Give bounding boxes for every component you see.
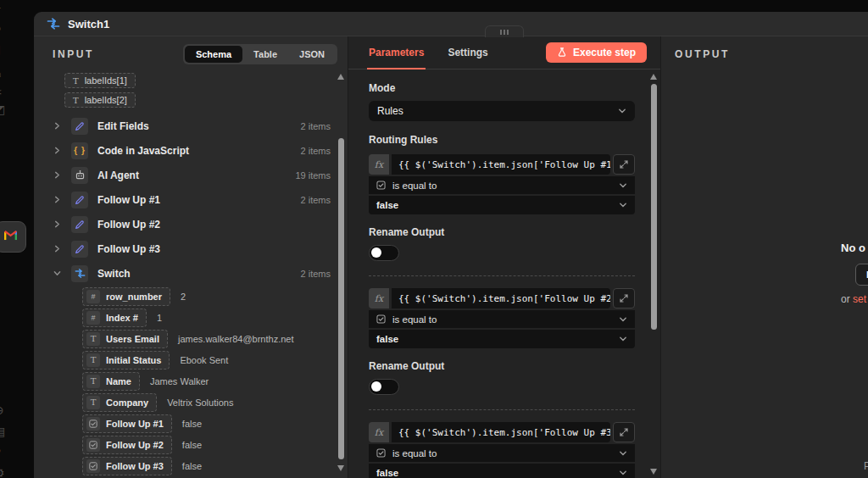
chevron-right-icon[interactable] <box>53 122 62 130</box>
text-type-icon: T <box>86 332 100 346</box>
execute-step-label: Execute step <box>573 47 636 58</box>
pencil-icon <box>71 192 88 208</box>
settings-icon[interactable]: ⚙ <box>0 467 5 478</box>
search-icon[interactable]: ○ <box>0 22 1 34</box>
scrollbar-thumb[interactable] <box>651 84 657 330</box>
rule-operator-select[interactable]: is equal to <box>369 444 635 462</box>
field-value: false <box>182 461 202 471</box>
chevron-right-icon[interactable] <box>53 171 62 179</box>
workflow-canvas: +○▯⌂∝◩⊕▤?⚙ <box>0 0 34 478</box>
switch-node-icon <box>47 17 60 31</box>
expand-expression-button[interactable] <box>613 288 635 308</box>
scroll-down-arrow-icon[interactable] <box>337 465 344 471</box>
scroll-up-arrow-icon[interactable] <box>337 74 344 80</box>
scroll-up-arrow-icon[interactable] <box>650 74 657 80</box>
tab-settings[interactable]: Settings <box>448 36 487 69</box>
parameters-panel: ParametersSettings Execute step Mode Rul… <box>348 36 661 478</box>
rule-expression-input[interactable]: {{ $('Switch').item.json['Follow Up #1']… <box>392 154 610 175</box>
text-type-icon: T <box>86 375 100 388</box>
panel-drag-handle[interactable] <box>485 25 524 37</box>
expand-expression-button[interactable] <box>613 422 635 442</box>
gmail-node[interactable] <box>0 221 26 253</box>
input-tab-json[interactable]: JSON <box>288 46 336 63</box>
rule-value: false <box>376 468 398 478</box>
number-type-icon: # <box>86 290 100 303</box>
grip-icon <box>507 30 509 35</box>
chevron-right-icon[interactable] <box>53 147 62 154</box>
rename-output-toggle[interactable] <box>369 245 399 261</box>
schema-node-row[interactable]: Edit Fields 2 items <box>34 114 348 138</box>
node-label: Code in JavaScript <box>97 145 189 157</box>
rule-value-select[interactable]: false <box>369 196 635 214</box>
node-label: AI Agent <box>97 170 139 181</box>
routing-rule: fx {{ $('Switch').item.json['Follow Up #… <box>369 422 635 478</box>
boolean-type-icon <box>86 438 100 452</box>
chevron-right-icon[interactable] <box>53 245 62 253</box>
rename-output-label: Rename Output <box>369 360 635 372</box>
input-tab-table[interactable]: Table <box>242 46 288 63</box>
expand-expression-button[interactable] <box>613 154 635 175</box>
schema-field-pill[interactable]: Follow Up #3 <box>82 457 172 475</box>
rule-expression-input[interactable]: {{ $('Switch').item.json['Follow Up #2']… <box>392 288 610 308</box>
help-icon[interactable]: ? <box>0 447 1 459</box>
output-set-link[interactable]: set <box>853 293 866 305</box>
scroll-down-arrow-icon[interactable] <box>650 469 657 475</box>
schema-field-pill[interactable]: Follow Up #1 <box>82 414 172 433</box>
execute-step-button[interactable]: Execute step <box>546 42 647 63</box>
schema-node-row[interactable]: Follow Up #3 <box>34 236 348 261</box>
output-execute-button[interactable]: Exe <box>855 264 868 286</box>
field-value: james.walker84@brnthz.net <box>178 334 294 344</box>
schema-node-row[interactable]: Follow Up #2 <box>34 212 348 236</box>
home-icon[interactable]: ⌂ <box>0 67 1 79</box>
rule-value-select[interactable]: false <box>369 464 635 478</box>
schema-field-pill[interactable]: TlabelIds[1] <box>64 73 136 88</box>
input-scrollbar[interactable] <box>337 74 345 471</box>
schema-field-row: # row_number 2 <box>34 286 348 307</box>
mode-select[interactable]: Rules <box>369 101 635 121</box>
scrollbar-thumb[interactable] <box>338 138 344 459</box>
templates-icon[interactable]: ◩ <box>0 103 5 115</box>
rule-operator-select[interactable]: is equal to <box>369 176 635 194</box>
schema-node-row[interactable]: AI Agent 19 items <box>34 163 348 187</box>
field-value: 1 <box>157 313 162 323</box>
chevron-right-icon[interactable] <box>53 220 62 228</box>
schema-field-pill[interactable]: Follow Up #2 <box>82 436 172 454</box>
schema-field-pill[interactable]: T Users Email <box>82 330 168 348</box>
schema-node-row[interactable]: Switch 2 items <box>34 261 348 286</box>
schema-field-row: T Name James Walker <box>34 370 348 392</box>
rule-separator <box>369 275 635 276</box>
schema-field-pill[interactable]: T Company <box>82 393 157 412</box>
node-item-count: 2 items <box>301 121 331 131</box>
rename-output-label: Rename Output <box>369 226 635 238</box>
schema-node-row[interactable]: { } Code in JavaScript 2 items <box>34 138 348 163</box>
node-label: Follow Up #2 <box>97 219 160 231</box>
rule-operator-select[interactable]: is equal to <box>369 310 635 328</box>
rule-separator <box>369 409 635 410</box>
node-label: Switch <box>97 268 131 280</box>
chevron-down-icon <box>619 315 627 324</box>
rule-expression-input[interactable]: {{ $('Switch').item.json['Follow Up #3']… <box>392 422 610 442</box>
workflow-icon[interactable]: ∝ <box>0 86 3 97</box>
schema-field-pill[interactable]: T Name <box>82 372 140 391</box>
rule-value: false <box>376 200 398 210</box>
schema-field-pill[interactable]: T Initial Status <box>82 351 170 370</box>
panel-icon[interactable]: ▯ <box>0 43 1 55</box>
clipped-text-fragment: P <box>864 460 868 472</box>
input-tab-schema[interactable]: Schema <box>185 46 242 63</box>
parameters-scrollbar[interactable] <box>650 74 658 475</box>
chevron-down-icon <box>619 335 627 343</box>
tab-parameters[interactable]: Parameters <box>369 36 424 69</box>
insights-icon[interactable]: ▤ <box>0 425 5 437</box>
schema-field-pill[interactable]: # Index # <box>82 308 147 327</box>
chevron-down-icon[interactable] <box>53 270 62 277</box>
integrations-icon[interactable]: ⊕ <box>0 404 4 416</box>
rule-value-select[interactable]: false <box>369 330 635 348</box>
chevron-right-icon[interactable] <box>53 196 62 203</box>
text-type-icon: T <box>86 396 100 409</box>
schema-field-pill[interactable]: # row_number <box>82 287 170 306</box>
schema-field-pill[interactable]: TlabelIds[2] <box>64 92 136 108</box>
schema-node-row[interactable]: Follow Up #1 2 items <box>34 187 348 212</box>
rename-output-toggle[interactable] <box>369 379 399 395</box>
plus-icon[interactable]: + <box>0 2 1 14</box>
node-details-modal: Switch1 INPUT SchemaTableJSON TlabelIds[… <box>34 12 868 478</box>
